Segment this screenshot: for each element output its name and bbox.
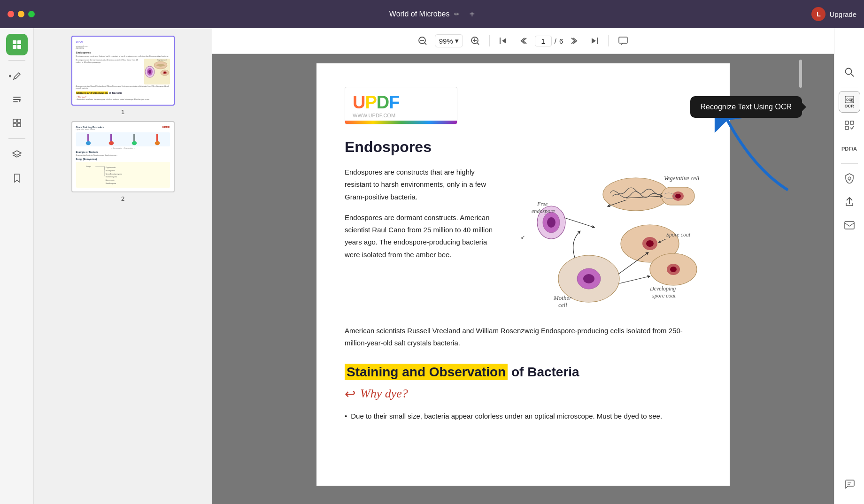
pdfa-button[interactable]: PDF/A [839,138,860,160]
svg-rect-6 [13,101,18,102]
svg-point-17 [164,72,166,73]
svg-rect-47 [619,37,627,43]
svg-line-43 [477,43,479,45]
svg-rect-87 [845,126,849,130]
sidebar-item-bookmark[interactable] [6,167,28,189]
left-sidebar [0,28,34,504]
sidebar-divider-1 [8,60,25,61]
sidebar-item-annotate[interactable] [6,65,28,87]
sidebar-item-organize[interactable] [6,112,28,134]
mail-button[interactable] [839,214,860,236]
last-page-button[interactable] [586,35,602,47]
diagram-svg: Vegetative cell [504,166,702,316]
zoom-dropdown-icon: ▾ [455,37,459,45]
svg-text:Spore coat: Spore coat [666,231,691,238]
svg-rect-10 [17,123,21,127]
zoom-out-button[interactable] [414,34,431,47]
endospores-title: Endospores [345,138,702,156]
updf-header: UPDF WWW.UPDF.COM [345,87,457,124]
titlebar: World of Microbes ✏ + L Upgrade [0,0,864,28]
next-page-button[interactable] [567,35,583,47]
svg-line-77 [619,276,649,283]
svg-text:OCR: OCR [846,98,854,101]
main-area: UPDF www.updf.com BACTERIA Endospores En… [0,28,864,504]
scan-button[interactable] [839,115,860,136]
ocr-button[interactable]: OCR OCR [839,91,860,113]
user-avatar: L [811,7,825,21]
thumbnail-label-2: 2 [121,195,124,202]
svg-point-24 [132,141,137,145]
svg-point-63 [646,240,654,247]
thumbnail-frame-2: Gram Staining Procedure Crystal violetIo… [71,121,175,192]
thumbnail-frame-1: UPDF www.updf.com BACTERIA Endospores En… [71,36,175,106]
total-pages: 6 [559,37,563,45]
toolbar-divider-2 [608,35,609,46]
svg-point-52 [675,194,681,199]
right-sidebar: OCR OCR PDF/A [834,28,864,504]
titlebar-right: L Upgrade [811,7,856,21]
svg-text:Free: Free [537,201,548,207]
share-button[interactable] [839,191,860,213]
protect-button[interactable] [839,168,860,189]
svg-text:endospore: endospore [532,208,555,214]
sidebar-item-thumbnail[interactable] [6,34,28,55]
svg-text:Developing: Developing [649,285,676,292]
close-button[interactable] [8,11,14,17]
svg-point-73 [583,274,594,283]
ocr-tooltip: Recognize Text Using OCR [690,96,802,118]
add-tab-button[interactable]: + [469,9,475,20]
zoom-in-button[interactable] [467,34,484,47]
prev-page-button[interactable] [515,35,531,47]
svg-text:↙: ↙ [521,234,525,240]
para1-text: Endospores are constructs that are highl… [345,166,493,203]
first-page-button[interactable] [495,35,511,47]
pdfa-label: PDF/A [841,146,857,152]
svg-text:Cryptomycota: Cryptomycota [105,166,115,168]
page-indicator: 1 / 6 [535,36,563,46]
document-title: World of Microbes [389,10,450,18]
svg-rect-5 [13,99,21,100]
svg-rect-9 [13,123,16,127]
pdf-viewer: 99% ▾ [212,28,834,504]
why-dye-text: Why dye? [360,387,408,401]
svg-point-68 [670,267,677,272]
upgrade-button[interactable]: Upgrade [829,10,856,18]
svg-point-89 [848,177,851,180]
staining-title-highlight: Staining and Observation [345,364,508,380]
svg-text:Ascomycota: Ascomycota [105,179,114,181]
bullet-text: Due to their small size, bacteria appear… [351,410,662,422]
page-number-input[interactable]: 1 [535,36,552,46]
tooltip-arrow [802,103,806,111]
sidebar-item-edit[interactable] [6,89,28,110]
thumbnail-page-1[interactable]: UPDF www.updf.com BACTERIA Endospores En… [71,36,175,115]
svg-rect-19 [87,134,89,141]
svg-text:Basidiomycota: Basidiomycota [105,183,116,184]
svg-rect-8 [17,119,21,122]
pdf-page: UPDF WWW.UPDF.COM Endospores Endospores … [316,63,730,486]
right-divider-2 [841,163,858,164]
thumbnail-page-2[interactable]: Gram Staining Procedure Crystal violetIo… [71,121,175,202]
comment-button[interactable] [614,34,632,48]
scrollbar[interactable] [798,54,803,504]
chat-button[interactable] [839,473,860,495]
svg-rect-3 [17,45,21,49]
minimize-button[interactable] [18,11,24,17]
svg-line-80 [851,74,854,76]
svg-point-79 [845,69,851,75]
search-button[interactable] [839,61,860,83]
sidebar-item-layers[interactable] [6,144,28,165]
scrollbar-thumb[interactable] [799,60,802,88]
svg-point-13 [148,70,151,74]
svg-point-22 [109,141,114,145]
svg-rect-88 [850,121,854,124]
edit-title-icon[interactable]: ✏ [454,10,460,18]
content-text-col: Endospores are constructs that are highl… [345,166,493,316]
zoom-selector[interactable]: 99% ▾ [435,34,463,47]
why-dye-arrow-icon: ↩ [345,386,355,402]
sidebar-divider-2 [8,138,25,139]
ocr-label: OCR [845,104,854,108]
why-dye-section: ↩ Why dye? [345,386,702,402]
svg-text:Neocallimastigomycota: Neocallimastigomycota [105,173,122,175]
svg-rect-1 [17,40,21,44]
maximize-button[interactable] [28,11,35,17]
